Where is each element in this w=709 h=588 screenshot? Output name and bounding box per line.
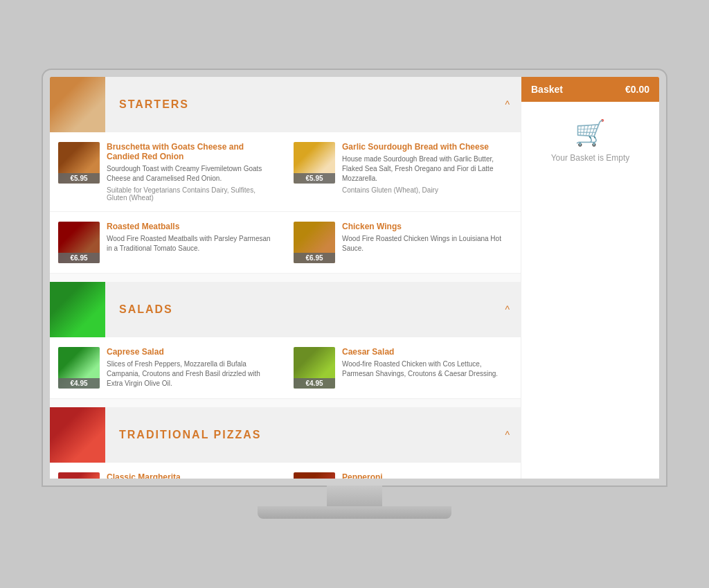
menu-item-price-salads-0: €4.95: [58, 378, 100, 389]
menu-item-name-traditional-pizzas-0: Classic Margherita: [107, 472, 277, 479]
section-title-traditional-pizzas: TRADITIONAL PIZZAS: [105, 429, 505, 441]
basket-empty-message: Your Basket is Empty: [551, 153, 630, 163]
cart-icon: 🛒: [575, 118, 606, 148]
menu-item-img-salads-0: €4.95: [58, 347, 100, 389]
menu-item-allergens-starters-1: Contains Gluten (Wheat), Dairy: [342, 186, 512, 194]
menu-item-price-salads-1: €4.95: [294, 378, 335, 389]
section-img-traditional-pizzas: [50, 407, 105, 463]
menu-item-img-starters-2: €6.95: [58, 222, 100, 263]
menu-item-img-starters-0: €5.95: [58, 142, 100, 184]
section-header-starters[interactable]: STARTERS^: [50, 77, 521, 132]
menu-item-info-starters-2: Roasted MeatballsWood Fire Roasted Meatb…: [107, 222, 277, 263]
section-starters: STARTERS^€5.95Bruschetta with Goats Chee…: [50, 77, 521, 274]
menu-grid-starters: €5.95Bruschetta with Goats Cheese and Ca…: [50, 132, 521, 274]
menu-item-traditional-pizzas-0[interactable]: from €9.95 ›Classic MargheritaClassic Pi…: [50, 463, 285, 479]
section-title-starters: STARTERS: [105, 98, 505, 111]
menu-item-info-starters-0: Bruschetta with Goats Cheese and Candied…: [107, 142, 277, 202]
menu-item-name-salads-0: Caprese Salad: [107, 347, 277, 357]
basket-empty-state: 🛒 Your Basket is Empty: [521, 102, 659, 179]
menu-item-starters-2[interactable]: €6.95Roasted MeatballsWood Fire Roasted …: [50, 212, 285, 274]
menu-item-starters-1[interactable]: €5.95Garlic Sourdough Bread with CheeseH…: [285, 132, 521, 212]
basket-total: €0.00: [625, 84, 649, 95]
menu-item-allergens-starters-0: Suitable for Vegetarians Contains Dairy,…: [107, 186, 277, 202]
menu-item-starters-3[interactable]: €6.95Chicken WingsWood Fire Roasted Chic…: [285, 212, 521, 274]
menu-item-price-starters-1: €5.95: [294, 173, 335, 184]
menu-item-price-starters-2: €6.95: [58, 253, 100, 263]
menu-item-salads-0[interactable]: €4.95Caprese SaladSlices of Fresh Pepper…: [50, 337, 285, 399]
menu-grid-salads: €4.95Caprese SaladSlices of Fresh Pepper…: [50, 337, 521, 399]
menu-item-info-traditional-pizzas-0: Classic MargheritaClassic Pizza with Tom…: [107, 472, 277, 479]
menu-grid-traditional-pizzas: from €9.95 ›Classic MargheritaClassic Pi…: [50, 463, 521, 479]
menu-item-info-starters-3: Chicken WingsWood Fire Roasted Chicken W…: [342, 222, 512, 263]
menu-item-desc-salads-1: Wood-fire Roasted Chicken with Cos Lettu…: [342, 359, 512, 379]
menu-item-traditional-pizzas-1[interactable]: from €11.95 ›PepperoniTomato Sauce, Mozz…: [285, 463, 521, 479]
section-header-traditional-pizzas[interactable]: TRADITIONAL PIZZAS^: [50, 407, 521, 463]
menu-item-info-salads-0: Caprese SaladSlices of Fresh Peppers, Mo…: [107, 347, 277, 389]
menu-item-salads-1[interactable]: €4.95Caesar SaladWood-fire Roasted Chick…: [285, 337, 521, 399]
section-salads: SALADS^€4.95Caprese SaladSlices of Fresh…: [50, 282, 521, 399]
menu-item-info-traditional-pizzas-1: PepperoniTomato Sauce, Mozzarella and Sp…: [342, 472, 512, 479]
section-img-salads: [50, 282, 105, 337]
menu-item-img-traditional-pizzas-1: from €11.95 ›: [294, 472, 335, 479]
menu-item-price-starters-3: €6.95: [294, 253, 335, 263]
main-menu-content: STARTERS^€5.95Bruschetta with Goats Chee…: [50, 77, 521, 479]
section-title-salads: SALADS: [105, 303, 505, 316]
section-traditional-pizzas: TRADITIONAL PIZZAS^from €9.95 ›Classic M…: [50, 407, 521, 479]
section-header-salads[interactable]: SALADS^: [50, 282, 521, 337]
section-img-starters: [50, 77, 105, 132]
menu-item-info-salads-1: Caesar SaladWood-fire Roasted Chicken wi…: [342, 347, 512, 389]
menu-item-price-starters-0: €5.95: [58, 173, 100, 184]
menu-item-name-starters-0: Bruschetta with Goats Cheese and Candied…: [107, 142, 277, 161]
menu-item-name-starters-2: Roasted Meatballs: [107, 222, 277, 231]
menu-item-name-starters-1: Garlic Sourdough Bread with Cheese: [342, 142, 512, 152]
menu-item-name-salads-1: Caesar Salad: [342, 347, 512, 357]
section-toggle-salads[interactable]: ^: [505, 304, 521, 315]
section-toggle-starters[interactable]: ^: [505, 99, 521, 110]
menu-item-desc-starters-3: Wood Fire Roasted Chicken Wings in Louis…: [342, 234, 512, 253]
basket-header: Basket €0.00: [521, 77, 659, 102]
menu-item-desc-starters-0: Sourdough Toast with Creamy Fivemiletown…: [107, 164, 277, 184]
basket-sidebar: Basket €0.00 🛒 Your Basket is Empty: [521, 77, 659, 479]
menu-item-img-starters-1: €5.95: [294, 142, 335, 184]
section-toggle-traditional-pizzas[interactable]: ^: [505, 429, 521, 440]
menu-item-img-salads-1: €4.95: [294, 347, 335, 389]
menu-item-img-starters-3: €6.95: [294, 222, 335, 263]
menu-item-img-traditional-pizzas-0: from €9.95 ›: [58, 472, 100, 479]
menu-item-desc-salads-0: Slices of Fresh Peppers, Mozzarella di B…: [107, 359, 277, 389]
menu-item-desc-starters-2: Wood Fire Roasted Meatballs with Parsley…: [107, 234, 277, 253]
basket-title: Basket: [531, 84, 563, 95]
menu-item-name-starters-3: Chicken Wings: [342, 222, 512, 231]
menu-item-desc-starters-1: House made Sourdough Bread with Garlic B…: [342, 154, 512, 184]
menu-item-name-traditional-pizzas-1: Pepperoni: [342, 472, 512, 479]
menu-item-info-starters-1: Garlic Sourdough Bread with CheeseHouse …: [342, 142, 512, 202]
menu-item-starters-0[interactable]: €5.95Bruschetta with Goats Cheese and Ca…: [50, 132, 285, 212]
